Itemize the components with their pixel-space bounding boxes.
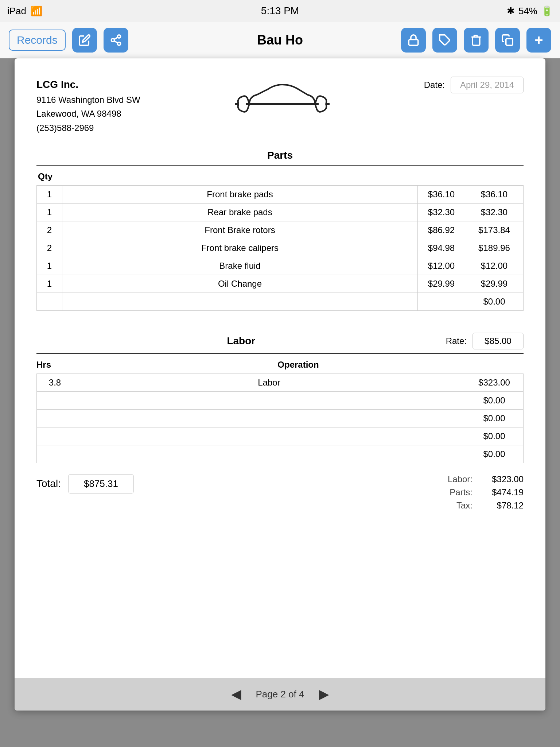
parts-row: 1Oil Change$29.99$29.99 bbox=[37, 275, 524, 293]
labor-cell-hrs[interactable] bbox=[37, 445, 73, 463]
records-button[interactable]: Records bbox=[9, 30, 66, 51]
status-time: 5:13 PM bbox=[261, 5, 299, 17]
nav-title: Bau Ho bbox=[257, 32, 303, 48]
parts-cell-qty[interactable]: 1 bbox=[37, 185, 62, 203]
parts-row: 2Front brake calipers$94.98$189.96 bbox=[37, 239, 524, 257]
labor-row: $0.00 bbox=[37, 409, 524, 427]
parts-cell-price[interactable]: $94.98 bbox=[418, 239, 465, 257]
labor-cell-total: $0.00 bbox=[465, 445, 524, 463]
parts-cell-qty[interactable]: 1 bbox=[37, 203, 62, 221]
total-value[interactable]: $875.31 bbox=[68, 474, 134, 494]
labor-row: $0.00 bbox=[37, 427, 524, 445]
parts-table: 1Front brake pads$36.10$36.101Rear brake… bbox=[36, 185, 524, 311]
plus-icon bbox=[533, 34, 545, 46]
parts-cell-total: $32.30 bbox=[465, 203, 524, 221]
parts-qty-header: Qty bbox=[36, 171, 524, 182]
prev-page-button[interactable]: ◀ bbox=[231, 686, 241, 702]
trash-button[interactable] bbox=[464, 28, 489, 53]
status-left: iPad 📶 bbox=[7, 5, 42, 17]
copy-icon bbox=[501, 34, 514, 46]
carrier-label: iPad bbox=[7, 5, 26, 17]
labor-cell-hrs[interactable] bbox=[37, 409, 73, 427]
parts-cell-total: $189.96 bbox=[465, 239, 524, 257]
battery-label: 54% bbox=[518, 5, 537, 17]
share-button[interactable] bbox=[104, 28, 128, 53]
next-page-button[interactable]: ▶ bbox=[319, 686, 329, 702]
share-icon bbox=[110, 34, 122, 46]
labor-cell-total: $0.00 bbox=[465, 409, 524, 427]
labor-total-row: Labor: $323.00 bbox=[448, 474, 524, 484]
parts-cell-desc[interactable]: Oil Change bbox=[62, 275, 418, 293]
parts-cell-qty[interactable]: 1 bbox=[37, 275, 62, 293]
parts-cell-total: $173.84 bbox=[465, 221, 524, 239]
wifi-icon: 📶 bbox=[31, 5, 42, 17]
parts-cell-desc[interactable]: Front brake calipers bbox=[62, 239, 418, 257]
date-value[interactable]: April 29, 2014 bbox=[451, 77, 524, 93]
nav-right-buttons bbox=[401, 28, 551, 53]
company-phone: (253)588-2969 bbox=[36, 121, 140, 135]
battery-icon: 🔋 bbox=[541, 5, 553, 17]
labor-total-label: Labor: bbox=[448, 474, 472, 484]
labor-cell-hrs[interactable]: 3.8 bbox=[37, 374, 73, 391]
parts-cell-price[interactable] bbox=[418, 293, 465, 310]
add-button[interactable] bbox=[526, 28, 551, 53]
parts-cell-price[interactable]: $29.99 bbox=[418, 275, 465, 293]
copy-button[interactable] bbox=[495, 28, 520, 53]
parts-cell-qty[interactable] bbox=[37, 293, 62, 310]
parts-total-value: $474.19 bbox=[480, 487, 524, 498]
parts-row: $0.00 bbox=[37, 293, 524, 310]
svg-line-4 bbox=[114, 37, 118, 39]
parts-cell-price[interactable]: $36.10 bbox=[418, 185, 465, 203]
totals-right: Labor: $323.00 Parts: $474.19 Tax: $78.1… bbox=[448, 474, 524, 511]
parts-cell-price[interactable]: $86.92 bbox=[418, 221, 465, 239]
rate-value[interactable]: $85.00 bbox=[472, 333, 524, 349]
svg-point-2 bbox=[117, 42, 121, 45]
labor-table: 3.8Labor$323.00$0.00$0.00$0.00$0.00 bbox=[36, 374, 524, 463]
tax-total-label: Tax: bbox=[456, 500, 472, 511]
labor-cell-op[interactable] bbox=[73, 409, 465, 427]
company-info: LCG Inc. 9116 Washington Blvd SW Lakewoo… bbox=[36, 77, 140, 135]
parts-cell-total: $0.00 bbox=[465, 293, 524, 310]
lock-button[interactable] bbox=[401, 28, 426, 53]
svg-line-3 bbox=[114, 41, 118, 43]
document-area: LCG Inc. 9116 Washington Blvd SW Lakewoo… bbox=[15, 58, 545, 711]
labor-cell-hrs[interactable] bbox=[37, 427, 73, 445]
labor-cell-op[interactable] bbox=[73, 391, 465, 409]
doc-header: LCG Inc. 9116 Washington Blvd SW Lakewoo… bbox=[36, 77, 524, 135]
labor-cell-hrs[interactable] bbox=[37, 391, 73, 409]
parts-cell-qty[interactable]: 1 bbox=[37, 257, 62, 275]
labor-cell-op[interactable] bbox=[73, 445, 465, 463]
parts-section: Parts Qty 1Front brake pads$36.10$36.101… bbox=[36, 150, 524, 311]
status-bar: iPad 📶 5:13 PM ✱ 54% 🔋 bbox=[0, 0, 560, 22]
edit-button[interactable] bbox=[72, 28, 97, 53]
svg-rect-5 bbox=[409, 39, 418, 45]
date-label: Date: bbox=[424, 80, 445, 90]
parts-cell-desc[interactable]: Front brake pads bbox=[62, 185, 418, 203]
labor-cell-op[interactable] bbox=[73, 427, 465, 445]
total-left: Total: $875.31 bbox=[36, 474, 134, 494]
tag-button[interactable] bbox=[432, 28, 457, 53]
document-content: LCG Inc. 9116 Washington Blvd SW Lakewoo… bbox=[15, 58, 545, 529]
labor-hrs-header: Hrs bbox=[36, 360, 73, 370]
parts-row: 1Front brake pads$36.10$36.10 bbox=[37, 185, 524, 203]
parts-cell-desc[interactable]: Brake fluid bbox=[62, 257, 418, 275]
parts-cell-desc[interactable]: Rear brake pads bbox=[62, 203, 418, 221]
svg-rect-7 bbox=[506, 38, 513, 45]
labor-cell-total: $0.00 bbox=[465, 391, 524, 409]
parts-row: 1Brake fluid$12.00$12.00 bbox=[37, 257, 524, 275]
parts-cell-desc[interactable] bbox=[62, 293, 418, 310]
labor-header-row: Hrs Operation bbox=[36, 360, 524, 370]
labor-row: $0.00 bbox=[37, 391, 524, 409]
parts-cell-price[interactable]: $12.00 bbox=[418, 257, 465, 275]
labor-cell-op[interactable]: Labor bbox=[73, 374, 465, 391]
labor-rate: Rate: $85.00 bbox=[446, 333, 524, 349]
parts-cell-price[interactable]: $32.30 bbox=[418, 203, 465, 221]
parts-cell-qty[interactable]: 2 bbox=[37, 239, 62, 257]
parts-total-label: Parts: bbox=[450, 487, 472, 498]
company-address2: Lakewood, WA 98498 bbox=[36, 107, 140, 121]
page-indicator: Page 2 of 4 bbox=[256, 689, 304, 700]
parts-cell-qty[interactable]: 2 bbox=[37, 221, 62, 239]
labor-section: Labor Rate: $85.00 Hrs Operation 3.8Labo… bbox=[36, 333, 524, 463]
parts-cell-desc[interactable]: Front Brake rotors bbox=[62, 221, 418, 239]
parts-cell-total: $36.10 bbox=[465, 185, 524, 203]
